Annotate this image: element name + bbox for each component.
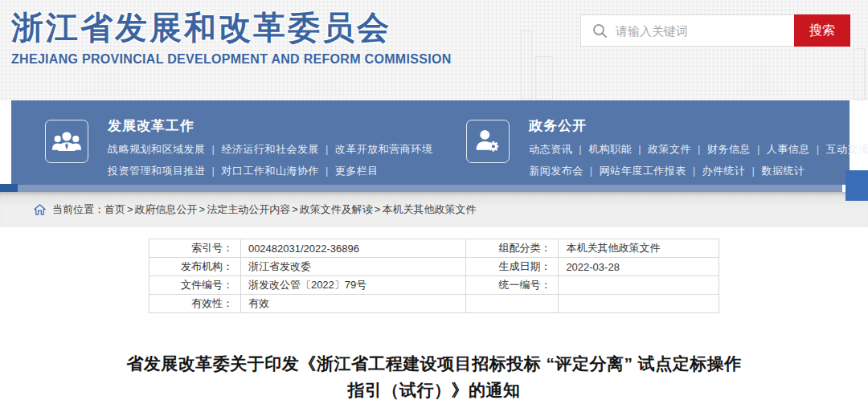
nav-link[interactable]: 互动交流 xyxy=(826,143,868,155)
meta-label: 统一编号： xyxy=(466,276,559,295)
meta-label: 发布机构： xyxy=(149,258,241,276)
meta-label: 文件编号： xyxy=(149,276,241,295)
nav-link[interactable]: 新闻发布会 xyxy=(529,165,599,177)
breadcrumb-segment[interactable]: 本机关其他政策文件 xyxy=(382,202,479,217)
nav-link[interactable]: 经济运行和社会发展 xyxy=(221,143,334,155)
nav-link[interactable]: 机构职能 xyxy=(588,143,648,155)
nav-section-development-reform: 发展改革工作 战略规划和区域发展经济运行和社会发展改革开放和营商环境 投资管理和… xyxy=(11,100,432,185)
nav-links-row: 战略规划和区域发展经济运行和社会发展改革开放和营商环境 xyxy=(108,142,432,157)
breadcrumb-label: 当前位置： xyxy=(52,202,104,217)
nav-link[interactable]: 对口工作和山海协作 xyxy=(221,165,334,177)
nav-section-gov-disclosure: 政务公开 动态资讯机构职能政策文件财务信息人事信息互动交流 新闻发布会网站年度工… xyxy=(432,100,868,185)
site-subtitle: ZHEJIANG PROVINCIAL DEVELOPMENT AND REFO… xyxy=(11,52,452,67)
meta-value: 002482031/2022-36896 xyxy=(240,239,466,258)
skyline-decoration xyxy=(521,31,532,100)
meta-value: 2022-03-28 xyxy=(559,258,719,276)
breadcrumb-segment[interactable]: 法定主动公开内容 xyxy=(207,202,300,217)
meta-label: 生成日期： xyxy=(466,258,559,276)
nav-links-row: 新闻发布会网站年度工作报表办件统计数据统计 xyxy=(529,164,868,178)
meta-label xyxy=(466,295,559,313)
nav-link[interactable]: 政策文件 xyxy=(648,143,707,155)
nav-link[interactable]: 战略规划和区域发展 xyxy=(108,143,221,155)
meta-value: 本机关其他政策文件 xyxy=(559,239,719,258)
site-title: 浙江省发展和改革委员会 xyxy=(11,6,452,48)
document-title-line1: 省发展改革委关于印发《浙江省工程建设项目招标投标 “评定分离” 试点定标操作 xyxy=(0,350,868,377)
meta-value xyxy=(559,295,719,313)
person-gear-icon xyxy=(466,120,510,163)
document-title: 省发展改革委关于印发《浙江省工程建设项目招标投标 “评定分离” 试点定标操作 指… xyxy=(0,350,868,403)
main-nav: 发展改革工作 战略规划和区域发展经济运行和社会发展改革开放和营商环境 投资管理和… xyxy=(11,100,850,185)
nav-link[interactable]: 财务信息 xyxy=(707,143,767,155)
site-header: 浙江省发展和改革委员会 ZHEJIANG PROVINCIAL DEVELOPM… xyxy=(0,0,868,100)
table-row: 索引号： 002482031/2022-36896 组配分类： 本机关其他政策文… xyxy=(149,239,719,258)
nav-title-development-reform[interactable]: 发展改革工作 xyxy=(108,116,432,135)
nav-link[interactable]: 网站年度工作报表 xyxy=(600,165,702,177)
nav-text-block: 政务公开 动态资讯机构职能政策文件财务信息人事信息互动交流 新闻发布会网站年度工… xyxy=(529,116,868,178)
nav-bottom-strip xyxy=(11,185,842,192)
nav-link[interactable]: 人事信息 xyxy=(767,143,826,155)
breadcrumb: 当前位置： 首页政府信息公开法定主动公开内容政策文件及解读本机关其他政策文件 xyxy=(0,192,868,227)
document-title-line2: 指引（试行）》的通知 xyxy=(0,377,868,403)
nav-link[interactable]: 办件统计 xyxy=(702,165,762,177)
nav-text-block: 发展改革工作 战略规划和区域发展经济运行和社会发展改革开放和营商环境 投资管理和… xyxy=(108,116,432,178)
search-button[interactable]: 搜索 xyxy=(794,14,850,47)
nav-link[interactable]: 投资管理和项目推进 xyxy=(108,165,221,177)
table-row: 有效性： 有效 xyxy=(149,295,719,313)
nav-title-gov-disclosure[interactable]: 政务公开 xyxy=(529,116,868,135)
home-icon[interactable] xyxy=(34,204,46,215)
nav-link[interactable]: 改革开放和营商环境 xyxy=(335,143,433,155)
breadcrumb-segment[interactable]: 政府信息公开 xyxy=(135,202,207,217)
breadcrumb-home[interactable]: 首页 xyxy=(104,202,135,217)
meta-label: 索引号： xyxy=(149,239,241,258)
search-input[interactable] xyxy=(616,16,794,45)
content-area: 索引号： 002482031/2022-36896 组配分类： 本机关其他政策文… xyxy=(0,227,868,404)
document-meta-table: 索引号： 002482031/2022-36896 组配分类： 本机关其他政策文… xyxy=(149,239,719,313)
meta-value: 浙发改公管〔2022〕79号 xyxy=(240,276,466,295)
nav-link[interactable]: 动态资讯 xyxy=(529,143,588,155)
site-logo: 浙江省发展和改革委员会 ZHEJIANG PROVINCIAL DEVELOPM… xyxy=(11,6,452,67)
people-group-icon xyxy=(45,120,88,163)
nav-links-row: 动态资讯机构职能政策文件财务信息人事信息互动交流 xyxy=(529,142,868,157)
corner-decoration-right xyxy=(845,170,868,201)
table-row: 文件编号： 浙发改公管〔2022〕79号 统一编号： xyxy=(149,276,719,295)
skyline-decoration xyxy=(854,48,865,100)
meta-value: 有效 xyxy=(240,295,466,313)
page: 浙江省发展和改革委员会 ZHEJIANG PROVINCIAL DEVELOPM… xyxy=(0,0,868,404)
table-row: 发布机构： 浙江省发改委 生成日期： 2022-03-28 xyxy=(149,258,719,276)
meta-value: 浙江省发改委 xyxy=(240,258,466,276)
skyline-decoration xyxy=(535,56,553,100)
meta-value xyxy=(559,276,719,295)
breadcrumb-segment[interactable]: 政策文件及解读 xyxy=(300,202,383,217)
meta-label: 组配分类： xyxy=(466,239,559,258)
nav-links-row: 投资管理和项目推进对口工作和山海协作更多栏目 xyxy=(108,164,432,178)
search-icon xyxy=(592,23,608,39)
meta-label: 有效性： xyxy=(149,295,241,313)
nav-link[interactable]: 更多栏目 xyxy=(335,165,379,177)
search-bar: 搜索 xyxy=(580,14,850,47)
nav-link[interactable]: 数据统计 xyxy=(761,165,805,177)
